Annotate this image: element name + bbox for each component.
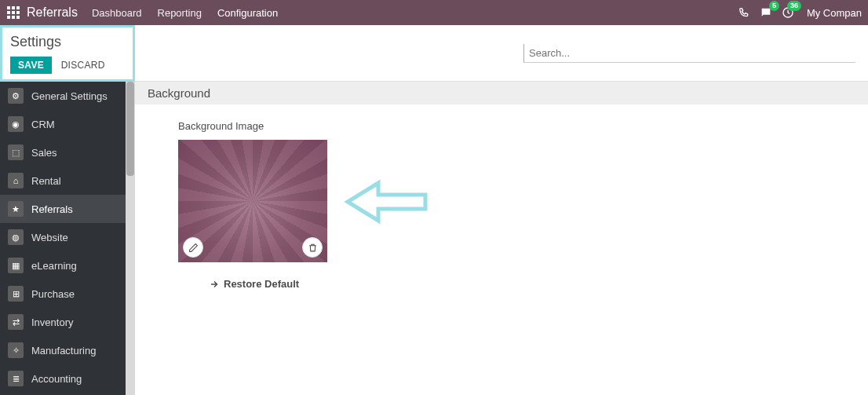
arrow-right-icon	[210, 280, 219, 289]
inventory-icon: ⇄	[8, 314, 24, 330]
svg-rect-5	[16, 11, 20, 14]
sidebar-item-label: CRM	[31, 119, 55, 130]
apps-icon[interactable]	[6, 5, 20, 20]
sidebar-item-label: Sales	[31, 147, 57, 159]
messages-badge: 5	[769, 1, 779, 11]
restore-default-label: Restore Default	[224, 278, 299, 290]
sidebar-item-sales[interactable]: ⬚Sales	[0, 138, 126, 166]
nav-configuration[interactable]: Configuration	[217, 7, 278, 19]
settings-content: Background Background Image Restore Defa…	[135, 82, 868, 395]
sidebar-item-label: General Settings	[31, 90, 108, 102]
sidebar-item-label: Rental	[31, 175, 61, 187]
purchase-icon: ⊞	[8, 286, 24, 302]
sidebar-scrollbar[interactable]	[126, 82, 135, 395]
manufacturing-icon: ✧	[8, 342, 24, 358]
save-button[interactable]: SAVE	[10, 57, 52, 74]
sidebar-item-purchase[interactable]: ⊞Purchase	[0, 280, 126, 308]
activities-badge: 36	[787, 1, 801, 11]
sidebar-item-general-settings[interactable]: ⚙General Settings	[0, 82, 126, 110]
accounting-icon: ≣	[8, 371, 24, 386]
control-panel: Settings SAVE DISCARD	[0, 25, 868, 82]
sidebar-item-inventory[interactable]: ⇄Inventory	[0, 308, 126, 336]
sidebar-item-accounting[interactable]: ≣Accounting	[0, 364, 126, 393]
top-navbar: Referrals Dashboard Reporting Configurat…	[0, 0, 868, 25]
messages-icon[interactable]: 5	[760, 6, 772, 19]
svg-rect-0	[7, 6, 10, 9]
sidebar-item-label: Inventory	[31, 316, 73, 328]
website-icon: ◍	[8, 229, 24, 245]
background-image-preview[interactable]	[178, 140, 327, 262]
sidebar-item-label: Accounting	[31, 373, 82, 385]
svg-rect-2	[16, 6, 20, 9]
referrals-icon: ★	[8, 201, 24, 217]
svg-rect-4	[12, 11, 15, 14]
company-switcher[interactable]: My Compan	[807, 7, 862, 19]
general-settings-icon: ⚙	[8, 88, 24, 104]
svg-rect-7	[12, 16, 15, 19]
sidebar-item-rental[interactable]: ⌂Rental	[0, 166, 126, 195]
sidebar-item-crm[interactable]: ◉CRM	[0, 110, 126, 138]
sidebar-item-elearning[interactable]: ▦eLearning	[0, 251, 126, 280]
nav-reporting[interactable]: Reporting	[158, 7, 202, 19]
elearning-icon: ▦	[8, 258, 24, 273]
phone-icon[interactable]	[738, 6, 750, 19]
sidebar-item-manufacturing[interactable]: ✧Manufacturing	[0, 336, 126, 364]
restore-default-link[interactable]: Restore Default	[210, 278, 299, 290]
sidebar-item-label: Website	[31, 232, 68, 243]
section-header-background: Background	[135, 82, 868, 104]
sidebar-item-referrals[interactable]: ★Referrals	[0, 195, 126, 223]
edit-image-button[interactable]	[183, 237, 203, 258]
sales-icon: ⬚	[8, 144, 24, 160]
svg-rect-8	[16, 16, 20, 19]
sidebar-item-label: Referrals	[31, 203, 73, 215]
nav-dashboard[interactable]: Dashboard	[92, 7, 142, 19]
page-title: Settings	[10, 34, 125, 50]
settings-head-highlight: Settings SAVE DISCARD	[0, 25, 135, 82]
field-label-background-image: Background Image	[178, 120, 825, 132]
svg-rect-1	[12, 6, 15, 9]
svg-rect-3	[7, 11, 10, 14]
delete-image-button[interactable]	[302, 237, 323, 258]
annotation-arrow-icon	[343, 178, 429, 228]
sidebar-item-label: Purchase	[31, 288, 75, 300]
svg-rect-6	[7, 16, 10, 19]
sidebar-item-label: eLearning	[31, 260, 77, 272]
discard-button[interactable]: DISCARD	[55, 57, 111, 74]
sidebar-scroll-thumb[interactable]	[126, 82, 134, 176]
sidebar-item-label: Manufacturing	[31, 345, 96, 357]
rental-icon: ⌂	[8, 173, 24, 188]
sidebar-item-website[interactable]: ◍Website	[0, 223, 126, 251]
app-title[interactable]: Referrals	[27, 5, 78, 20]
search-input[interactable]	[523, 44, 855, 63]
activities-icon[interactable]: 36	[782, 6, 794, 19]
settings-sidebar: ⚙General Settings◉CRM⬚Sales⌂Rental★Refer…	[0, 82, 135, 395]
crm-icon: ◉	[8, 116, 24, 132]
